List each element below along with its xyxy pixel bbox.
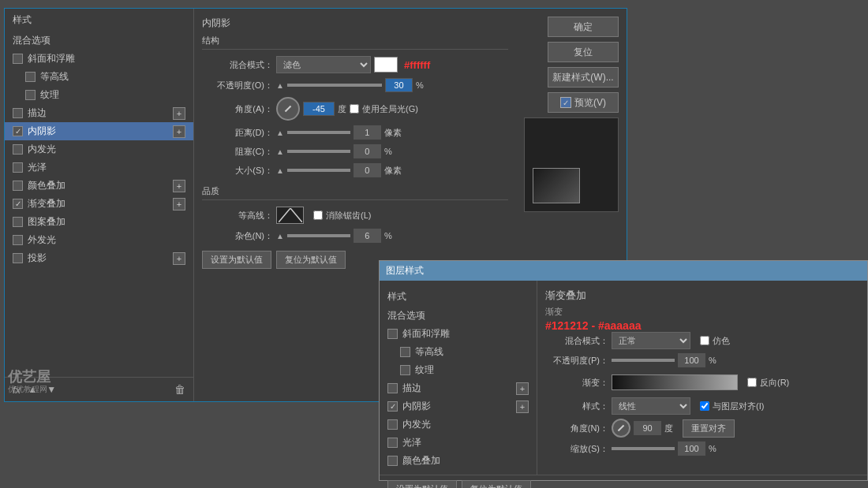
- contour-checkbox[interactable]: [25, 72, 36, 82]
- outer-glow-checkbox[interactable]: [13, 235, 23, 245]
- contour-preview[interactable]: [276, 207, 304, 224]
- dither-label[interactable]: 仿色: [700, 335, 730, 347]
- second-blend-dropdown[interactable]: 正常: [612, 332, 690, 349]
- inner-glow-checkbox[interactable]: [13, 144, 23, 155]
- second-stroke-item[interactable]: 描边 +: [380, 379, 537, 397]
- second-texture-item[interactable]: 纹理: [380, 361, 537, 379]
- second-set-default-btn[interactable]: 设置为默认值: [387, 480, 457, 488]
- new-style-button[interactable]: 新建样式(W)...: [548, 67, 619, 88]
- opacity-slider[interactable]: [287, 84, 382, 87]
- second-scale-input[interactable]: [678, 441, 705, 456]
- gradient-bar[interactable]: [612, 374, 738, 390]
- pattern-overlay-checkbox[interactable]: [13, 217, 23, 227]
- style-item-stroke[interactable]: 描边 +: [5, 104, 193, 122]
- second-inner-shadow-cb[interactable]: ✓: [387, 401, 398, 412]
- anti-alias-label[interactable]: 消除锯齿(L): [313, 210, 371, 222]
- angle-dial[interactable]: [276, 97, 300, 121]
- size-slider[interactable]: [287, 169, 350, 172]
- choke-slider[interactable]: [287, 150, 350, 153]
- global-light-checkbox[interactable]: [350, 104, 359, 114]
- style-item-satin[interactable]: 光泽: [5, 158, 193, 177]
- second-satin-cb[interactable]: [387, 438, 398, 448]
- style-item-gradient-overlay[interactable]: ✓ 渐变叠加 +: [5, 195, 193, 213]
- dither-checkbox[interactable]: [700, 336, 709, 345]
- second-stroke-plus[interactable]: +: [516, 382, 529, 395]
- choke-slider-triangle[interactable]: ▲: [276, 147, 284, 156]
- second-angle-input[interactable]: [634, 421, 661, 435]
- preview-checkbox[interactable]: ✓: [560, 97, 571, 108]
- color-overlay-checkbox[interactable]: [13, 181, 23, 191]
- second-mix-item[interactable]: 混合选项: [380, 307, 537, 325]
- noise-input[interactable]: [354, 229, 381, 243]
- distance-slider[interactable]: [287, 131, 350, 134]
- gradient-overlay-checkbox[interactable]: ✓: [13, 199, 23, 209]
- ok-button[interactable]: 确定: [548, 17, 619, 37]
- drop-shadow-plus-btn[interactable]: +: [173, 252, 185, 265]
- second-texture-cb[interactable]: [400, 365, 410, 375]
- second-opacity-slider[interactable]: [612, 359, 675, 362]
- texture-checkbox[interactable]: [25, 90, 36, 100]
- preview-button[interactable]: ✓ 预览(V): [548, 92, 619, 113]
- align-checkbox[interactable]: [700, 401, 709, 411]
- size-slider-triangle[interactable]: ▲: [276, 166, 284, 175]
- second-inner-glow-cb[interactable]: [387, 419, 398, 430]
- second-inner-shadow-plus[interactable]: +: [516, 400, 529, 413]
- style-item-pattern-overlay[interactable]: 图案叠加: [5, 213, 193, 231]
- opacity-slider-triangle[interactable]: ▲: [276, 81, 284, 90]
- second-scale-slider[interactable]: [612, 447, 675, 450]
- style-item-bevel[interactable]: 斜面和浮雕: [5, 50, 193, 68]
- second-style-dropdown[interactable]: 线性: [612, 397, 690, 415]
- reset-default-btn[interactable]: 复位为默认值: [276, 251, 346, 269]
- style-item-drop-shadow[interactable]: 投影 +: [5, 249, 193, 267]
- global-light-label[interactable]: 使用全局光(G): [350, 103, 418, 115]
- align-label[interactable]: 与图层对齐(I): [700, 400, 764, 412]
- noise-slider[interactable]: [287, 234, 350, 237]
- style-item-outer-glow[interactable]: 外发光: [5, 231, 193, 249]
- second-contour-item[interactable]: 等高线: [380, 343, 537, 361]
- style-item-inner-shadow[interactable]: ✓ 内阴影 +: [5, 122, 193, 140]
- style-item-contour[interactable]: 等高线: [5, 68, 193, 86]
- second-satin-item[interactable]: 光泽: [380, 434, 537, 452]
- second-reset-default-btn[interactable]: 复位为默认值: [462, 480, 531, 488]
- distance-slider-triangle[interactable]: ▲: [276, 129, 284, 137]
- anti-alias-checkbox[interactable]: [313, 210, 323, 220]
- second-bevel-item[interactable]: 斜面和浮雕: [380, 325, 537, 343]
- second-inner-glow-item[interactable]: 内发光: [380, 415, 537, 434]
- reset-align-btn[interactable]: 重置对齐: [683, 419, 735, 438]
- second-color-overlay-cb[interactable]: [387, 456, 398, 466]
- opacity-input[interactable]: [385, 78, 413, 92]
- second-inner-shadow-item[interactable]: ✓ 内阴影 +: [380, 397, 537, 415]
- color-overlay-plus-btn[interactable]: +: [173, 180, 185, 192]
- reset-button[interactable]: 复位: [548, 42, 619, 62]
- noise-slider-triangle[interactable]: ▲: [276, 232, 284, 240]
- bevel-checkbox[interactable]: [13, 54, 23, 64]
- second-bevel-cb[interactable]: [387, 329, 398, 339]
- mix-option-item[interactable]: 混合选项: [5, 32, 193, 50]
- stroke-checkbox[interactable]: [13, 108, 23, 118]
- choke-input[interactable]: [354, 144, 381, 158]
- second-opacity-input[interactable]: [678, 353, 705, 367]
- distance-input[interactable]: [354, 125, 381, 140]
- size-input[interactable]: [354, 163, 381, 177]
- set-default-btn[interactable]: 设置为默认值: [202, 251, 271, 269]
- drop-shadow-checkbox[interactable]: [13, 253, 23, 263]
- second-contour-cb[interactable]: [400, 347, 410, 357]
- stroke-plus-btn[interactable]: +: [173, 107, 185, 120]
- style-item-color-overlay[interactable]: 颜色叠加 +: [5, 177, 193, 195]
- satin-checkbox[interactable]: [13, 162, 23, 173]
- second-color-overlay-item[interactable]: 颜色叠加: [380, 452, 537, 470]
- gradient-overlay-plus-btn[interactable]: +: [173, 198, 185, 210]
- angle-input[interactable]: [303, 102, 335, 116]
- reverse-checkbox[interactable]: [747, 378, 757, 387]
- blend-mode-dropdown[interactable]: 滤色: [276, 56, 371, 73]
- second-stroke-cb[interactable]: [387, 383, 398, 393]
- second-angle-row: 角度(N)： 度 重置对齐: [545, 419, 859, 438]
- color-swatch[interactable]: [374, 57, 398, 73]
- reverse-label[interactable]: 反向(R): [747, 377, 789, 389]
- inner-shadow-checkbox[interactable]: ✓: [13, 126, 23, 136]
- trash-icon[interactable]: 🗑: [174, 383, 185, 396]
- style-item-inner-glow[interactable]: 内发光: [5, 140, 193, 158]
- style-item-texture[interactable]: 纹理: [5, 86, 193, 104]
- second-angle-dial[interactable]: [612, 419, 630, 438]
- inner-shadow-plus-btn[interactable]: +: [173, 125, 185, 138]
